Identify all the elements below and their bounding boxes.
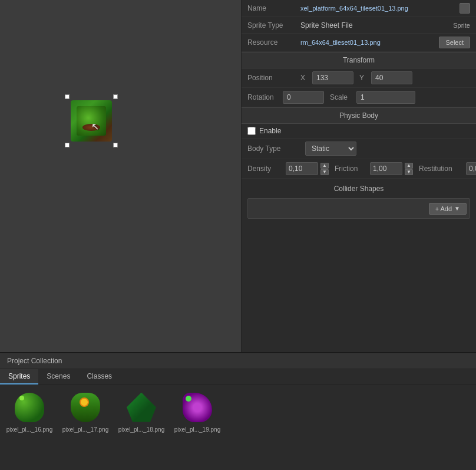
body-type-select[interactable]: Static Dynamic Kinematic (305, 142, 356, 156)
sprite-type-row: Sprite Type Sprite Sheet File Sprite (242, 17, 476, 34)
asset-img-19 (180, 391, 215, 423)
sprite-18-visual (127, 393, 156, 422)
asset-img-17 (68, 391, 103, 423)
restitution-spinner: ▲ ▼ (466, 162, 476, 175)
name-value: xel_platform_64x64_tileset01_13.png (300, 5, 456, 12)
add-arrow-icon: ▼ (454, 205, 460, 212)
project-header: Project Collection (0, 353, 476, 369)
sprite-16-visual (15, 393, 44, 422)
density-up[interactable]: ▲ (320, 163, 329, 169)
scale-label: Scale (330, 93, 353, 101)
sprite-side-label: Sprite (453, 22, 470, 29)
collider-header: Collider Shapes (247, 182, 470, 196)
sprite-17-visual (71, 393, 100, 422)
sprite-file-icon[interactable] (460, 3, 470, 14)
asset-label-19: pixel_pl..._19.png (174, 426, 220, 433)
handle-bottom-right[interactable] (113, 143, 118, 147)
sprite-type-label: Sprite Type (247, 21, 300, 29)
enable-row: Enable (242, 124, 476, 139)
resource-row: Resource rm_64x64_tileset01_13.png Selec… (242, 34, 476, 52)
tab-scenes[interactable]: Scenes (38, 369, 78, 384)
rotation-input[interactable] (283, 91, 324, 104)
name-label: Name (247, 4, 300, 12)
y-label: Y (359, 74, 368, 82)
asset-label-18: pixel_pl..._18.png (118, 426, 164, 433)
density-friction-row: Density ▲ ▼ Friction ▲ ▼ Restitution (242, 159, 476, 179)
cursor-icon: ↖ (91, 121, 101, 130)
add-button[interactable]: + Add ▼ (429, 203, 467, 215)
tab-classes[interactable]: Classes (78, 369, 120, 384)
friction-down[interactable]: ▼ (405, 169, 413, 175)
density-label: Density (247, 165, 280, 173)
collider-section: Collider Shapes + Add ▼ (242, 179, 476, 222)
sprite-selection[interactable]: ↖ (65, 94, 118, 147)
canvas-panel: ↖ (0, 0, 242, 352)
scale-input[interactable] (356, 91, 415, 104)
asset-item-18[interactable]: pixel_pl..._18.png (118, 391, 165, 433)
collider-content: + Add ▼ (247, 198, 470, 219)
x-input[interactable] (312, 71, 353, 84)
asset-label-17: pixel_pl..._17.png (62, 426, 108, 433)
rotation-group: Rotation (247, 91, 324, 104)
asset-label-16: pixel_pl..._16.png (6, 426, 52, 433)
assets-grid: pixel_pl..._16.png pixel_pl..._17.png pi… (0, 385, 476, 439)
friction-input[interactable] (370, 162, 402, 175)
asset-img-18 (124, 391, 159, 423)
tabs-row: Sprites Scenes Classes (0, 369, 476, 385)
properties-panel: Name xel_platform_64x64_tileset01_13.png… (242, 0, 476, 352)
handle-top-left[interactable] (65, 94, 70, 99)
sprite-type-value: Sprite Sheet File (300, 21, 448, 29)
canvas-content: ↖ (0, 0, 241, 352)
name-row: Name xel_platform_64x64_tileset01_13.png (242, 0, 476, 17)
enable-label[interactable]: Enable (247, 127, 281, 135)
position-label: Position (247, 74, 300, 82)
x-label: X (300, 74, 309, 82)
tab-sprites[interactable]: Sprites (0, 369, 38, 384)
resource-label: Resource (247, 38, 300, 47)
density-arrows: ▲ ▼ (320, 163, 329, 175)
density-spinner: ▲ ▼ (286, 162, 329, 175)
friction-spinner: ▲ ▼ (370, 162, 413, 175)
asset-item-17[interactable]: pixel_pl..._17.png (62, 391, 109, 433)
asset-item-19[interactable]: pixel_pl..._19.png (174, 391, 221, 433)
density-down[interactable]: ▼ (320, 169, 329, 175)
handle-top-right[interactable] (113, 94, 118, 99)
friction-arrows: ▲ ▼ (405, 163, 413, 175)
y-field-group: Y (359, 71, 412, 84)
sprite-19-visual (183, 393, 212, 422)
restitution-label: Restitution (419, 165, 460, 173)
sprite-image: ↖ (71, 100, 112, 142)
physic-body-section-header: Physic Body (242, 107, 476, 124)
rotation-label: Rotation (247, 93, 280, 101)
y-input[interactable] (371, 71, 412, 84)
handle-bottom-left[interactable] (65, 143, 70, 147)
body-type-row: Body Type Static Dynamic Kinematic (242, 139, 476, 159)
resource-value: rm_64x64_tileset01_13.png (300, 39, 439, 46)
bottom-panel: Project Collection Sprites Scenes Classe… (0, 352, 476, 470)
body-type-label: Body Type (247, 144, 300, 153)
select-button[interactable]: Select (439, 37, 470, 48)
density-input[interactable] (286, 162, 318, 175)
scale-group: Scale (330, 91, 415, 104)
restitution-input[interactable] (466, 162, 476, 175)
enable-checkbox[interactable] (247, 127, 256, 135)
friction-up[interactable]: ▲ (405, 163, 413, 169)
position-row: Position X Y (242, 68, 476, 88)
asset-item-16[interactable]: pixel_pl..._16.png (6, 391, 53, 433)
x-field-group: X (300, 71, 353, 84)
rotation-scale-row: Rotation Scale (242, 88, 476, 107)
transform-section-header: Transform (242, 52, 476, 68)
friction-label: Friction (335, 165, 364, 173)
asset-img-16 (12, 391, 47, 423)
